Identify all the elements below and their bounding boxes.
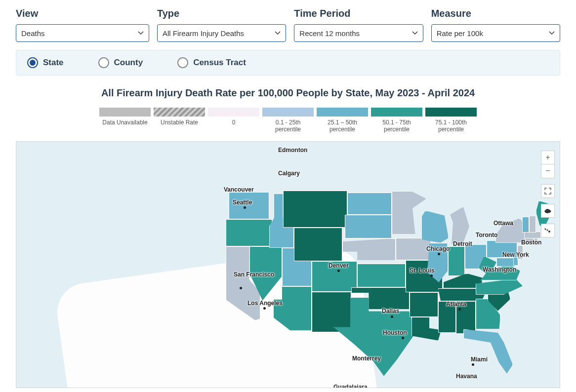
legend: Data Unavailable Unstable Rate 0 0.1 - 2…	[16, 108, 560, 133]
fullscreen-button[interactable]	[541, 184, 555, 198]
filters-row: View Deaths Type All Firearm Injury Deat…	[16, 8, 560, 42]
legend-label: Unstable Rate	[161, 119, 198, 126]
type-select[interactable]: All Firearm Injury Deaths	[157, 24, 286, 42]
legend-label: 75.1 - 100th percentile	[425, 119, 477, 133]
legend-swatch	[317, 108, 368, 117]
hawaii-inset-button[interactable]	[541, 224, 555, 237]
state-ND[interactable]	[347, 193, 392, 215]
filter-type-label: Type	[157, 8, 286, 19]
legend-label: 0.1 - 25th percentile	[262, 119, 314, 133]
map-canvas[interactable]: Edmonton Calgary Vancouver Seattle San F…	[16, 141, 560, 388]
legend-item-p100: 75.1 - 100th percentile	[425, 108, 477, 133]
fullscreen-icon	[544, 188, 551, 195]
city-edmonton: Edmonton	[278, 147, 307, 154]
radio-county-label: County	[114, 58, 143, 68]
legend-item-unavail: Data Unavailable	[99, 108, 151, 133]
legend-swatch	[262, 108, 314, 117]
legend-label: 50.1 - 75th percentile	[371, 119, 422, 133]
state-OR[interactable]	[226, 219, 272, 246]
measure-select[interactable]: Rate per 100k	[431, 24, 560, 42]
svg-point-1	[547, 229, 548, 231]
state-NH[interactable]	[529, 216, 536, 233]
state-MS[interactable]	[438, 301, 456, 333]
state-SD[interactable]	[345, 215, 392, 238]
legend-swatch	[99, 108, 151, 117]
state-VT[interactable]	[522, 217, 529, 233]
state-WA[interactable]	[229, 192, 269, 219]
city-calgary: Calgary	[278, 170, 300, 177]
state-KS[interactable]	[357, 264, 406, 287]
filter-measure: Measure Rate per 100k	[431, 8, 560, 42]
state-MN[interactable]	[392, 191, 426, 235]
zoom-out-button[interactable]: −	[541, 164, 555, 178]
filter-time-label: Time Period	[294, 8, 423, 19]
state-AR[interactable]	[410, 292, 438, 317]
alaska-icon	[543, 207, 552, 214]
legend-swatch	[154, 108, 205, 117]
state-IN[interactable]	[448, 246, 465, 276]
radio-icon	[177, 57, 188, 68]
legend-label: Data Unavailable	[102, 119, 147, 126]
state-MA[interactable]	[524, 232, 541, 238]
radio-county[interactable]: County	[98, 57, 143, 68]
legend-label: 25.1 – 50th percentile	[317, 119, 368, 133]
radio-icon	[27, 57, 38, 68]
resolution-bar: State County Census Tract	[16, 50, 560, 76]
state-NM[interactable]	[312, 292, 351, 332]
alaska-inset-button[interactable]	[541, 204, 555, 218]
city-miami: Miami	[471, 356, 488, 363]
filter-measure-label: Measure	[431, 8, 560, 19]
legend-label: 0	[232, 119, 236, 126]
legend-item-p75: 50.1 - 75th percentile	[371, 108, 422, 133]
svg-point-0	[545, 228, 546, 230]
svg-point-2	[548, 231, 550, 233]
state-RI[interactable]	[534, 238, 538, 244]
hawaii-icon	[543, 227, 552, 234]
legend-item-unstable: Unstable Rate	[154, 108, 205, 133]
legend-swatch	[371, 108, 422, 117]
state-NJ[interactable]	[517, 245, 523, 259]
time-select[interactable]: Recent 12 months	[294, 24, 423, 42]
legend-item-zero: 0	[208, 108, 259, 133]
legend-item-p25: 0.1 - 25th percentile	[262, 108, 314, 133]
radio-state[interactable]: State	[27, 57, 64, 68]
legend-swatch	[425, 108, 477, 117]
state-NC[interactable]	[476, 279, 523, 295]
radio-icon	[98, 57, 109, 68]
state-CT[interactable]	[525, 238, 534, 245]
radio-census-label: Census Tract	[193, 58, 246, 68]
state-FL[interactable]	[463, 329, 513, 374]
state-AL[interactable]	[456, 301, 476, 334]
state-MD[interactable]	[496, 258, 515, 267]
state-MT[interactable]	[283, 191, 347, 228]
state-WI[interactable]	[421, 211, 449, 243]
state-PA[interactable]	[487, 240, 517, 258]
city-toronto: Toronto	[476, 232, 497, 238]
radio-state-label: State	[43, 58, 64, 68]
legend-swatch	[208, 108, 259, 117]
state-WY[interactable]	[294, 228, 342, 261]
radio-census-tract[interactable]: Census Tract	[177, 57, 246, 68]
view-select[interactable]: Deaths	[16, 24, 149, 42]
filter-view-label: View	[16, 8, 149, 19]
state-IA[interactable]	[396, 238, 431, 260]
map-controls: + −	[541, 151, 555, 237]
filter-view: View Deaths	[16, 8, 149, 42]
zoom-in-button[interactable]: +	[541, 151, 555, 164]
map-title: All Firearm Injury Death Rate per 100,00…	[16, 87, 560, 99]
state-CO[interactable]	[312, 261, 357, 292]
filter-time: Time Period Recent 12 months	[294, 8, 423, 42]
filter-type: Type All Firearm Injury Deaths	[157, 8, 286, 42]
state-LA[interactable]	[411, 317, 441, 341]
city-havana: Havana	[456, 373, 477, 380]
legend-item-p50: 25.1 – 50th percentile	[317, 108, 368, 133]
